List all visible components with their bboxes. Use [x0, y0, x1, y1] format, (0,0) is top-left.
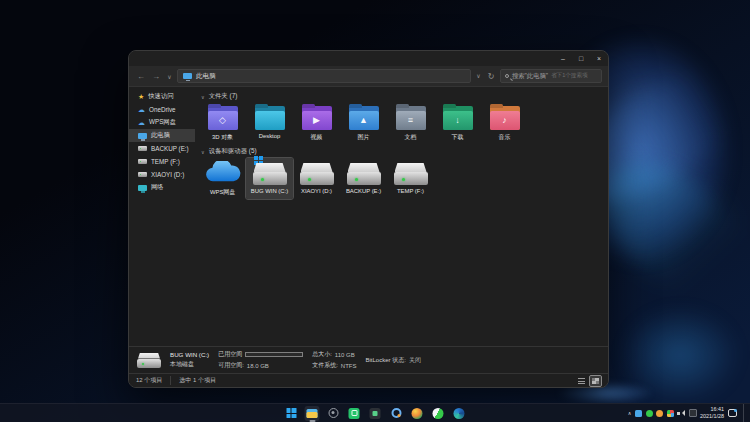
sidebar-item-temp-f[interactable]: TEMP (F:) [129, 155, 195, 168]
clock-time: 16:41 [700, 406, 724, 413]
drive-icon [138, 172, 147, 177]
show-desktop-button[interactable] [743, 404, 746, 422]
lines-glyph: ≡ [408, 116, 413, 125]
sidebar-item-quick-access[interactable]: ★ 快速访问 [129, 90, 195, 103]
status-bar: 12 个项目 选中 1 个项目 [129, 373, 608, 387]
maximize-button[interactable]: □ [572, 51, 590, 66]
file-explorer-icon [307, 409, 318, 418]
back-button[interactable]: ← [135, 72, 147, 81]
drive-item-d[interactable]: XIAOYI (D:) [293, 158, 340, 199]
list-view-button[interactable] [576, 376, 587, 386]
section-header-folders[interactable]: ∨ 文件夹 (7) [201, 92, 604, 101]
sidebar-item-backup-e[interactable]: BACKUP (E:) [129, 142, 195, 155]
folder-item-videos[interactable]: ▶ 视频 [293, 103, 340, 144]
taskbar-app-green[interactable] [347, 406, 362, 421]
ime-indicator[interactable] [689, 409, 697, 417]
tray-icon-multicolor[interactable] [667, 410, 674, 417]
details-pane: BUG WIN (C:) 本地磁盘 已用空间 可用空间: 18.0 GB 总大小… [129, 346, 608, 373]
filesystem-label: 文件系统: [312, 361, 338, 370]
total-size-label: 总大小: [312, 350, 332, 359]
folder-icon-music: ♪ [490, 106, 520, 130]
taskbar-app-duo[interactable] [431, 406, 446, 421]
sidebar-item-this-pc[interactable]: 此电脑 [129, 129, 195, 142]
section-label: 文件夹 (7) [209, 92, 238, 101]
refresh-button[interactable]: ↻ [485, 72, 497, 81]
sidebar-item-label: 网络 [151, 183, 164, 192]
sidebar-item-label: BACKUP (E:) [151, 145, 189, 152]
edge-browser-icon [454, 408, 465, 419]
folder-icon-documents: ≡ [396, 106, 426, 130]
taskbar-app-sphere[interactable] [410, 406, 425, 421]
folder-icon-downloads: ↓ [443, 106, 473, 130]
titlebar[interactable]: – □ × [129, 51, 608, 66]
address-bar[interactable]: 此电脑 [177, 69, 471, 83]
taskbar-app-search[interactable] [389, 406, 404, 421]
drive-label: BUG WIN (C:) [251, 188, 288, 194]
tray-icon-orange[interactable] [656, 410, 663, 417]
drive-label: WPS网盘 [210, 188, 235, 197]
sidebar-item-wps-cloud[interactable]: ☁ WPS网盘 [129, 116, 195, 129]
selected-drive-icon [137, 353, 161, 368]
drive-item-wps-cloud[interactable]: WPS网盘 [199, 158, 246, 199]
system-tray: ∧ 16:41 2021/1/28 [628, 404, 746, 422]
sidebar-item-label: XIAOYI (D:) [151, 171, 184, 178]
down-arrow-glyph: ↓ [455, 116, 460, 125]
section-label: 设备和驱动器 (5) [209, 147, 257, 156]
folder-icon-desktop [255, 106, 285, 130]
folder-icon-pictures: ▲ [349, 106, 379, 130]
mountain-glyph: ▲ [359, 116, 368, 125]
notifications-button[interactable] [728, 409, 737, 417]
folder-item-documents[interactable]: ≡ 文档 [387, 103, 434, 144]
folder-label: Desktop [259, 133, 281, 139]
drive-label: XIAOYI (D:) [301, 188, 332, 194]
sidebar-item-label: 此电脑 [151, 131, 170, 140]
drive-item-c[interactable]: BUG WIN (C:) [246, 158, 293, 199]
address-dropdown-button[interactable]: ∨ [474, 72, 483, 81]
used-space-bar [245, 352, 303, 357]
cube-glyph: ◇ [219, 116, 226, 125]
volume-icon[interactable] [677, 409, 685, 417]
search-box[interactable]: 搜索"此电脑" 省下1个搜索项 [500, 69, 602, 83]
tray-icon-green[interactable] [646, 410, 653, 417]
clock-date: 2021/1/28 [700, 413, 724, 420]
search-placeholder: 搜索"此电脑" [512, 72, 548, 81]
tray-icon-blue[interactable] [635, 410, 642, 417]
free-space-label: 可用空间: [218, 361, 244, 370]
folder-label: 下载 [452, 133, 464, 142]
drive-label: BACKUP (E:) [346, 188, 381, 194]
drive-item-f[interactable]: TEMP (F:) [387, 158, 434, 199]
folder-item-3d-objects[interactable]: ◇ 3D 对象 [199, 103, 246, 144]
recent-locations-dropdown[interactable]: ∨ [165, 73, 174, 80]
thumbnail-view-button[interactable] [590, 376, 601, 386]
section-header-drives[interactable]: ∨ 设备和驱动器 (5) [201, 147, 604, 156]
hidden-icons-chevron[interactable]: ∧ [628, 410, 632, 416]
start-button[interactable] [284, 406, 299, 421]
taskbar-edge[interactable] [452, 406, 467, 421]
sidebar-item-network[interactable]: 网络 [129, 181, 195, 194]
monitor-icon [138, 133, 147, 139]
green-app-icon [349, 408, 360, 419]
search-icon [505, 74, 509, 78]
folder-item-music[interactable]: ♪ 音乐 [481, 103, 528, 144]
minimize-button[interactable]: – [554, 51, 572, 66]
folder-label: 图片 [358, 133, 370, 142]
forward-button[interactable]: → [150, 72, 162, 81]
folder-item-downloads[interactable]: ↓ 下载 [434, 103, 481, 144]
play-glyph: ▶ [313, 116, 320, 125]
folder-item-desktop[interactable]: Desktop [246, 103, 293, 144]
close-button[interactable]: × [590, 51, 608, 66]
drive-item-e[interactable]: BACKUP (E:) [340, 158, 387, 199]
magnifier-app-icon [391, 408, 401, 418]
sidebar-item-onedrive[interactable]: ☁ OneDrive [129, 103, 195, 116]
folder-item-pictures[interactable]: ▲ 图片 [340, 103, 387, 144]
list-view-icon [578, 378, 585, 384]
sidebar-item-xiaoyi-d[interactable]: XIAOYI (D:) [129, 168, 195, 181]
taskbar-app-dark[interactable] [368, 406, 383, 421]
search-hint: 省下1个搜索项 [551, 72, 588, 80]
taskbar-settings[interactable] [326, 406, 341, 421]
sidebar-item-label: TEMP (F:) [151, 158, 180, 165]
taskbar-file-explorer[interactable] [305, 406, 320, 421]
details-drive-type: 本地磁盘 [170, 360, 209, 369]
taskbar-clock[interactable]: 16:41 2021/1/28 [700, 406, 724, 420]
drive-icon [138, 159, 147, 164]
